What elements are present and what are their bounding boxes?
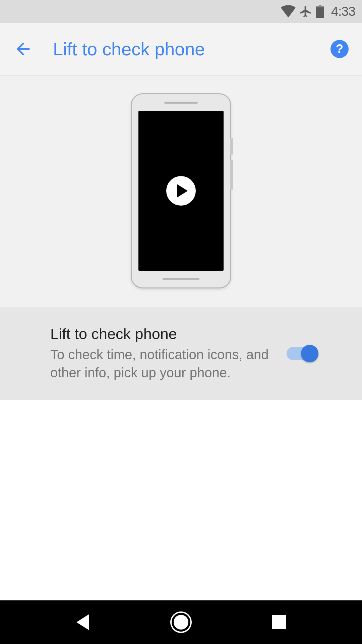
preview-video[interactable] [138,111,224,271]
triangle-back-icon [76,614,89,630]
phone-earpiece [164,102,198,104]
back-button[interactable] [13,39,33,59]
toggle-thumb [301,345,318,362]
status-icons: 4:33 [281,4,355,19]
setting-toggle[interactable] [287,347,318,360]
wifi-icon [281,5,296,18]
navigation-bar [0,600,362,644]
setting-row[interactable]: Lift to check phone To check time, notif… [0,307,362,400]
help-button[interactable]: ? [330,40,349,58]
status-time: 4:33 [331,4,355,19]
airplane-icon [299,5,312,18]
status-bar: 4:33 [0,0,362,23]
help-icon: ? [336,42,343,56]
circle-home-icon [170,611,192,633]
phone-side-button [230,160,233,190]
arrow-left-icon [13,39,33,59]
page-title: Lift to check phone [53,39,205,59]
play-icon [177,184,188,198]
phone-illustration [131,93,231,288]
battery-icon [316,5,324,18]
square-recents-icon [272,615,286,629]
app-bar: Lift to check phone ? [0,23,362,75]
svg-rect-0 [316,7,324,18]
play-button[interactable] [166,176,196,206]
setting-title: Lift to check phone [50,325,273,343]
phone-side-button [230,138,233,155]
phone-chin-bar [163,278,199,280]
nav-home-button[interactable] [163,611,199,633]
preview-area [0,75,362,307]
setting-text: Lift to check phone To check time, notif… [50,325,287,382]
nav-back-button[interactable] [64,614,101,630]
setting-description: To check time, notification icons, and o… [50,345,273,382]
nav-recents-button[interactable] [261,615,298,629]
